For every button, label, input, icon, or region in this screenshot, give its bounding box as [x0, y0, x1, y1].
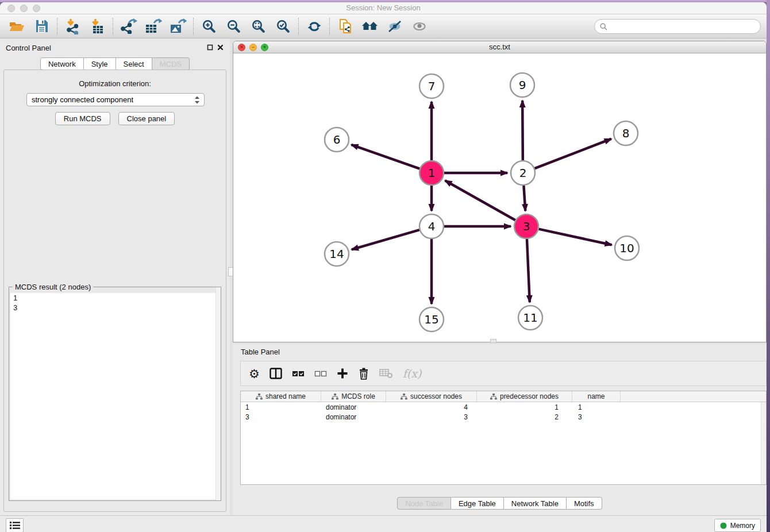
edge-4-14[interactable] [352, 230, 419, 249]
deselect-all-button[interactable] [314, 365, 327, 382]
control-panel: Control Panel Network Style Select MCDS … [0, 38, 230, 515]
desktop-strip-right [767, 0, 770, 532]
node-label-3: 3 [523, 219, 530, 233]
table-scrollbar[interactable] [761, 402, 766, 484]
copy-view-button[interactable] [333, 17, 357, 36]
open-session-button[interactable] [5, 17, 29, 36]
tab-motifs[interactable]: Motifs [567, 497, 602, 510]
search-input[interactable] [611, 21, 760, 32]
home-layout-button[interactable] [357, 17, 382, 36]
mcds-result-lines[interactable]: 13 [10, 293, 220, 499]
zoom-window-button[interactable] [33, 5, 40, 12]
float-panel-icon[interactable] [207, 44, 213, 51]
hide-selected-button[interactable] [382, 17, 407, 36]
minimize-view-button[interactable]: − [249, 44, 257, 51]
tab-edge-table[interactable]: Edge Table [451, 497, 504, 510]
export-network-button[interactable] [116, 17, 141, 36]
network-title: scc.txt [233, 41, 766, 53]
import-table-button[interactable] [85, 17, 110, 36]
edge-3-10[interactable] [538, 229, 611, 245]
tab-mcds[interactable]: MCDS [152, 57, 190, 70]
cell-shared_name: 1 [241, 403, 321, 411]
hierarchy-icon [332, 394, 338, 400]
column-label: predecessor nodes [500, 392, 559, 400]
table-row[interactable]: 3dominator323 [241, 412, 766, 422]
table-panel-tabbar: Node Table Edge Table Network Table Moti… [233, 497, 767, 510]
tab-network[interactable]: Network [40, 57, 84, 70]
show-all-button[interactable] [407, 17, 432, 36]
zoom-selected-button[interactable] [271, 17, 295, 36]
show-columns-button[interactable] [270, 365, 282, 382]
criterion-select[interactable]: strongly connected component [26, 93, 205, 106]
delete-column-button[interactable] [358, 365, 369, 382]
edge-2-3[interactable] [523, 186, 525, 211]
search-field[interactable] [594, 19, 761, 34]
node-label-8: 8 [622, 126, 630, 140]
hierarchy-icon [256, 394, 263, 400]
close-window-button[interactable] [7, 5, 15, 12]
app-titlebar[interactable]: Session: New Session [0, 2, 767, 14]
export-table-button[interactable] [141, 17, 165, 36]
network-window-titlebar[interactable]: ✕ − + scc.txt [233, 41, 766, 53]
column-header-name[interactable]: name [572, 391, 621, 402]
close-view-button[interactable]: ✕ [238, 44, 245, 51]
zoom-in-button[interactable] [197, 17, 221, 36]
delete-table-button[interactable] [379, 365, 393, 382]
table-panel-title: Table Panel [241, 348, 280, 356]
network-graph-canvas[interactable]: 7968124314101511 [233, 53, 766, 342]
table-panel: Table Panel ⚙ [233, 344, 767, 515]
minimize-window-button[interactable] [20, 5, 28, 12]
refresh-icon [307, 19, 322, 34]
function-builder-button[interactable]: f(x) [403, 365, 422, 382]
tab-network-table[interactable]: Network Table [504, 497, 567, 510]
network-window-controls[interactable]: ✕ − + [238, 44, 268, 51]
edge-3-1[interactable] [445, 180, 515, 220]
run-mcds-button[interactable]: Run MCDS [55, 112, 110, 125]
table-settings-button[interactable]: ⚙ [249, 365, 260, 382]
save-session-button[interactable] [29, 17, 54, 36]
memory-button[interactable]: Memory [714, 519, 761, 532]
task-history-button[interactable] [6, 518, 24, 532]
close-panel-icon[interactable] [217, 44, 224, 51]
tab-style[interactable]: Style [84, 57, 116, 70]
close-panel-button[interactable]: Close panel [118, 112, 175, 125]
column-header-shared-name[interactable]: shared name [241, 391, 321, 402]
memory-status-icon [720, 522, 727, 529]
select-all-button[interactable] [292, 365, 305, 382]
result-line: 1 [10, 293, 220, 303]
columns-icon [270, 368, 282, 379]
zoom-out-button[interactable] [221, 17, 246, 36]
edge-2-8[interactable] [535, 139, 611, 168]
network-resize-grip[interactable] [490, 339, 496, 343]
edge-2-9[interactable] [522, 101, 523, 160]
status-bar: Memory [0, 515, 767, 532]
zoom-selected-icon [276, 19, 291, 34]
eye-slash-icon [387, 19, 403, 34]
plus-icon [337, 368, 348, 379]
open-folder-icon [9, 19, 25, 34]
tab-node-table[interactable]: Node Table [397, 497, 451, 510]
refresh-view-button[interactable] [302, 17, 326, 36]
maximize-view-button[interactable]: + [261, 44, 268, 51]
save-floppy-icon [34, 19, 49, 33]
edge-1-6[interactable] [351, 145, 419, 169]
column-header-predecessor-nodes[interactable]: predecessor nodes [477, 391, 572, 402]
result-scrollbar[interactable] [215, 287, 221, 500]
toolbar-separator [298, 18, 299, 35]
add-column-button[interactable] [337, 365, 348, 382]
zoom-out-icon [226, 19, 241, 34]
window-controls[interactable] [7, 5, 40, 12]
edge-3-11[interactable] [527, 239, 530, 302]
zoom-fit-button[interactable] [246, 17, 271, 36]
tab-select[interactable]: Select [116, 57, 152, 70]
cell-shared_name: 3 [241, 413, 321, 421]
import-network-button[interactable] [60, 17, 85, 36]
export-image-button[interactable] [165, 17, 190, 36]
table-row[interactable]: 1dominator411 [241, 402, 766, 412]
cell-name: 3 [572, 413, 621, 421]
column-label: name [587, 392, 605, 400]
eye-icon [411, 19, 428, 34]
column-header-mcds-role[interactable]: MCDS role [321, 391, 386, 402]
column-header-successor-nodes[interactable]: successor nodes [386, 391, 477, 402]
fx-icon: f(x) [403, 367, 422, 380]
